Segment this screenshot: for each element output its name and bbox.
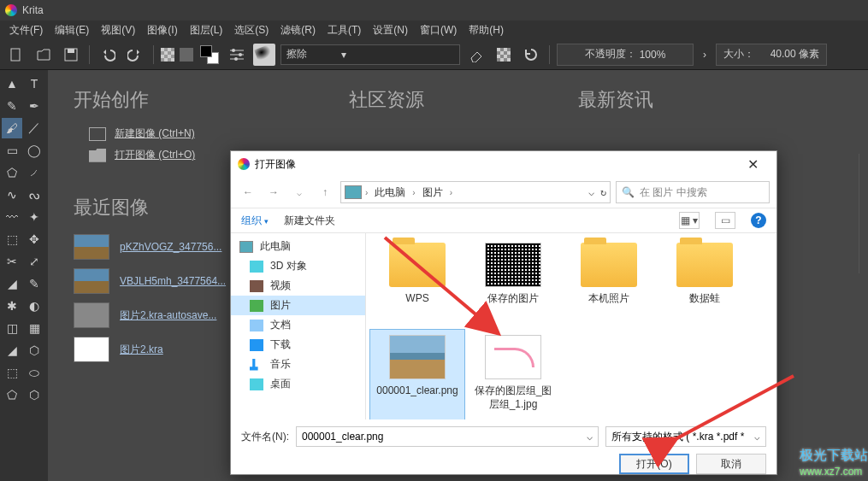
size-control[interactable]: 大小：40.00 像素 bbox=[716, 44, 827, 66]
search-icon: 🔍 bbox=[622, 186, 635, 198]
dialog-bottom: 文件名(N): 000001_clear.png 所有支持的格式 ( *.kra… bbox=[231, 419, 776, 476]
menu-setting[interactable]: 设置(N) bbox=[367, 21, 414, 40]
sidebar-item-docs[interactable]: 文档 bbox=[231, 315, 365, 335]
help-icon[interactable]: ? bbox=[751, 213, 766, 228]
redo-icon[interactable] bbox=[124, 44, 146, 66]
svg-point-8 bbox=[234, 57, 238, 61]
new-image-link[interactable]: 新建图像 (Ctrl+N) bbox=[89, 126, 195, 141]
svg-rect-0 bbox=[11, 49, 20, 61]
color-selector[interactable] bbox=[198, 44, 221, 66]
svg-point-6 bbox=[232, 49, 235, 52]
menu-help[interactable]: 帮助(H) bbox=[463, 21, 510, 40]
menu-view[interactable]: 视图(V) bbox=[95, 21, 141, 40]
cancel-button[interactable]: 取消 bbox=[696, 454, 766, 474]
brush-settings-icon[interactable] bbox=[226, 44, 248, 66]
tool-polyline[interactable]: ⟋ bbox=[24, 162, 44, 183]
tool-rect[interactable]: ▭ bbox=[2, 140, 22, 161]
opacity-control[interactable]: 不透明度：100% bbox=[557, 44, 694, 66]
tool-dynamic[interactable]: 〰 bbox=[2, 207, 22, 227]
menu-window[interactable]: 窗口(W) bbox=[414, 21, 463, 40]
close-icon[interactable]: ✕ bbox=[735, 156, 770, 173]
blend-mode-combo[interactable]: 擦除 bbox=[280, 44, 460, 65]
tool-pattern[interactable]: ◫ bbox=[2, 318, 22, 338]
preview-pane-icon[interactable]: ▭ bbox=[715, 212, 735, 229]
view-mode-icon[interactable]: ▦ ▾ bbox=[679, 212, 700, 229]
tool-bezier[interactable]: ∿ bbox=[2, 185, 22, 205]
file-item-folder[interactable]: 数据蛙 bbox=[657, 237, 753, 329]
tool-select-ellipse[interactable]: ⬭ bbox=[24, 362, 44, 383]
titlebar: Krita bbox=[0, 0, 868, 21]
open-file-icon[interactable] bbox=[32, 44, 55, 66]
file-item-folder[interactable]: WPS bbox=[369, 237, 465, 329]
nav-back-icon[interactable]: ← bbox=[238, 182, 258, 202]
tool-select-free[interactable]: ⬡ bbox=[24, 384, 44, 405]
tool-calligraphy[interactable]: ✒ bbox=[24, 96, 44, 116]
gradient-swatch-icon[interactable] bbox=[180, 48, 193, 62]
nav-up-icon[interactable]: ↑ bbox=[315, 182, 335, 202]
tool-assistant[interactable]: ✱ bbox=[2, 296, 22, 316]
menu-select[interactable]: 选区(S) bbox=[228, 21, 275, 40]
tool-edit-shape[interactable]: ✎ bbox=[2, 96, 22, 116]
menu-filter[interactable]: 滤镜(R) bbox=[275, 21, 322, 40]
tool-move[interactable]: ▲ bbox=[2, 73, 22, 94]
opacity-more-icon[interactable]: › bbox=[699, 44, 711, 66]
sidebar-item-images[interactable]: 图片 bbox=[231, 296, 365, 315]
open-button[interactable]: 打开(O) bbox=[619, 454, 689, 474]
nav-forward-icon[interactable]: → bbox=[263, 182, 284, 202]
tool-select-rect[interactable]: ⬚ bbox=[2, 362, 22, 383]
pattern-swatch-icon[interactable] bbox=[161, 48, 174, 62]
tool-sample[interactable]: ⤢ bbox=[24, 251, 44, 272]
sidebar-item-pc[interactable]: 此电脑 bbox=[231, 237, 365, 256]
tool-gradient[interactable]: ◐ bbox=[24, 296, 44, 316]
menubar: 文件(F) 编辑(E) 视图(V) 图像(I) 图层(L) 选区(S) 滤镜(R… bbox=[0, 21, 868, 39]
tool-crop[interactable]: ✂ bbox=[2, 251, 22, 272]
breadcrumb[interactable]: › 此电脑 › 图片 › ⌵ ↻ bbox=[340, 181, 611, 203]
sidebar-item-desktop[interactable]: 桌面 bbox=[231, 374, 365, 394]
menu-file[interactable]: 文件(F) bbox=[3, 21, 49, 40]
file-item-image[interactable]: 保存的图层组_图层组_1.jpg bbox=[465, 329, 561, 419]
tool-measure[interactable]: ◢ bbox=[2, 340, 22, 361]
organize-menu[interactable]: 组织 bbox=[241, 214, 269, 228]
file-item-folder[interactable]: 本机照片 bbox=[561, 237, 657, 329]
sidebar-item-downloads[interactable]: 下载 bbox=[231, 335, 365, 355]
open-image-link[interactable]: 打开图像 (Ctrl+O) bbox=[89, 148, 195, 162]
brush-preview[interactable] bbox=[253, 44, 275, 66]
tool-freehand[interactable]: ᔓ bbox=[24, 185, 44, 205]
file-item-image[interactable]: 000001_clear.png bbox=[369, 329, 465, 419]
sidebar-item-music[interactable]: 音乐 bbox=[231, 355, 365, 374]
tool-polygon[interactable]: ⬠ bbox=[2, 162, 22, 183]
eraser-icon[interactable] bbox=[465, 44, 487, 66]
toolbox: ▲ T ✎ ✒ 🖌 ／ ▭ ◯ ⬠ ⟋ ∿ ᔓ 〰 ✦ ⬚ ✥ ✂ ⤢ ◢ ✎ … bbox=[0, 70, 48, 481]
file-filter-combo[interactable]: 所有支持的格式 ( *.kra *.pdf * bbox=[605, 426, 766, 447]
menu-tool[interactable]: 工具(T) bbox=[322, 21, 367, 40]
tool-select-poly[interactable]: ⬠ bbox=[2, 384, 22, 405]
save-file-icon[interactable] bbox=[60, 44, 82, 66]
tool-reference[interactable]: ⬡ bbox=[24, 340, 44, 361]
new-file-icon[interactable] bbox=[5, 44, 27, 66]
tool-ellipse[interactable]: ◯ bbox=[24, 140, 44, 161]
tool-transform[interactable]: ⬚ bbox=[2, 229, 22, 249]
alpha-lock-icon[interactable] bbox=[493, 44, 515, 66]
tool-multi[interactable]: ✦ bbox=[24, 207, 44, 227]
filename-input[interactable]: 000001_clear.png bbox=[296, 426, 599, 447]
menu-layer[interactable]: 图层(L) bbox=[184, 21, 229, 40]
tool-brush[interactable]: 🖌 bbox=[2, 118, 22, 138]
search-input[interactable]: 🔍 在 图片 中搜索 bbox=[616, 181, 770, 203]
tool-fill[interactable]: ◢ bbox=[2, 273, 22, 294]
menu-image[interactable]: 图像(I) bbox=[141, 21, 183, 40]
sidebar-item-3d[interactable]: 3D 对象 bbox=[231, 256, 365, 276]
undo-icon[interactable] bbox=[97, 44, 119, 66]
tool-line[interactable]: ／ bbox=[24, 118, 44, 138]
menu-edit[interactable]: 编辑(E) bbox=[49, 21, 95, 40]
nav-recent-icon[interactable]: ⌵ bbox=[289, 182, 310, 202]
new-folder-button[interactable]: 新建文件夹 bbox=[284, 214, 335, 228]
tool-picker[interactable]: ✎ bbox=[24, 273, 44, 294]
file-item-folder[interactable]: 保存的图片 bbox=[465, 237, 561, 329]
sidebar-item-video[interactable]: 视频 bbox=[231, 276, 365, 296]
tool-smart[interactable]: ▦ bbox=[24, 318, 44, 338]
tool-move2[interactable]: ✥ bbox=[24, 229, 44, 249]
dialog-toolbar: 组织 新建文件夹 ▦ ▾ ▭ ? bbox=[231, 208, 776, 233]
refresh-icon[interactable]: ⌵ ↻ bbox=[588, 186, 606, 198]
tool-text[interactable]: T bbox=[24, 73, 44, 94]
reload-preset-icon[interactable] bbox=[520, 44, 542, 66]
